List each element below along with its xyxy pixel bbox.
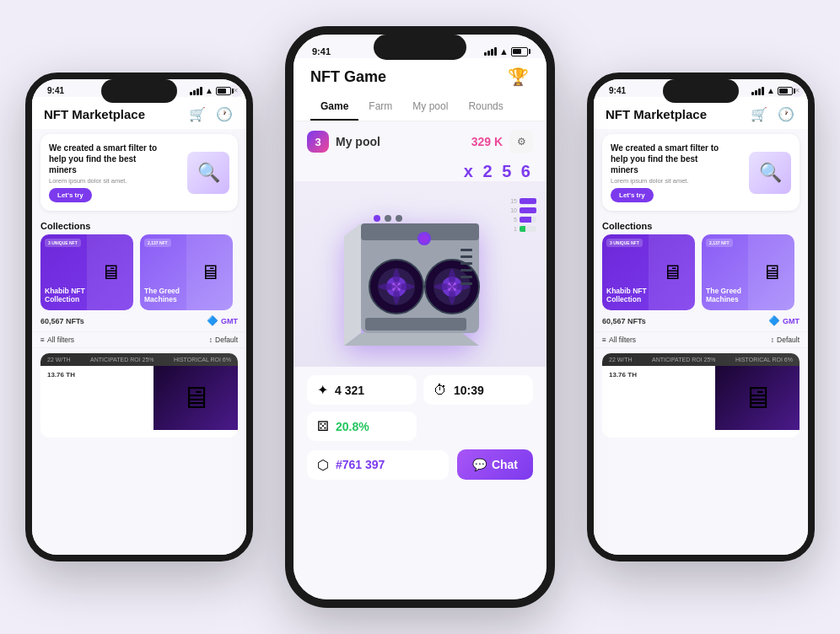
- battery-center: [511, 47, 528, 56]
- greed-name-right: The GreedMachines: [706, 287, 741, 304]
- miner-header-left: 22 W/TH ANTICIPATED ROI 25% HISTORICAL R…: [40, 353, 238, 366]
- right-phone: 9:41 ▲ NFT Marketplace 🛒 🕐 ✕ We creat: [587, 73, 815, 561]
- chart-label-15: 15: [510, 198, 517, 204]
- filter-icon-left: ≡: [40, 336, 45, 344]
- tab-game[interactable]: Game: [310, 94, 358, 121]
- filter-label-left: All filters: [47, 336, 74, 344]
- miner-info-right: 13.76 TH: [602, 366, 715, 430]
- filter-btn-right[interactable]: ≡ All filters: [602, 336, 636, 344]
- chart-bar-1: [520, 226, 536, 232]
- miner-spec-left: 13.76 TH: [47, 371, 147, 379]
- filter-row-left: ≡ All filters ↕ Default: [32, 331, 246, 348]
- collection-greed-right[interactable]: 2,137 NFT 🖥 The GreedMachines: [702, 234, 794, 310]
- khabib-name-right: Khabib NFTCollection: [606, 287, 647, 304]
- left-phone-screen: 9:41 ▲ NFT Marketplace 🛒 🕐 ✕ We creat: [32, 79, 246, 555]
- miner-roi-ant-left: ANTICIPATED ROI 25%: [90, 357, 154, 363]
- svg-rect-20: [460, 282, 472, 285]
- wifi-center: ▲: [499, 46, 509, 56]
- chart-bar-5: [520, 217, 536, 223]
- filter-label-right: All filters: [609, 336, 636, 344]
- sort-label-right: Default: [777, 336, 800, 344]
- chart-row-1: 1: [514, 226, 536, 232]
- collection-greed-left[interactable]: 2,137 NFT 🖥 The GreedMachines: [140, 234, 233, 310]
- center-phone: 9:41 ▲ NFT Game 🏆 Game Farm My pool Roun…: [285, 26, 555, 608]
- clock-icon-left[interactable]: 🕐: [214, 104, 234, 124]
- id-value: #761 397: [336, 458, 385, 471]
- mini-chart: 15 10 5 1: [510, 198, 536, 232]
- miner-roi-hist-right: HISTORICAL ROI 6%: [735, 357, 793, 363]
- promo-card-right: ✕ We created a smart filter to help you …: [602, 134, 800, 211]
- chat-label: Chat: [492, 458, 518, 471]
- trophy-icon[interactable]: 🏆: [506, 65, 530, 89]
- pool-settings-btn[interactable]: ⚙: [509, 130, 533, 153]
- settings-icon: ⚙: [517, 136, 526, 148]
- clock-icon-right[interactable]: 🕐: [776, 104, 796, 124]
- pool-name: My pool: [336, 135, 465, 148]
- tab-my-pool[interactable]: My pool: [402, 94, 458, 121]
- promo-button-left[interactable]: Let's try: [49, 188, 92, 202]
- chart-row-5: 5: [514, 217, 536, 223]
- app-title-left: NFT Marketplace: [44, 107, 145, 121]
- pool-number-badge: 3: [307, 131, 329, 153]
- greed-badge-right: 2,137 NFT: [706, 239, 733, 247]
- chat-button[interactable]: 💬 Chat: [457, 449, 533, 480]
- promo-image-left: 🔍: [187, 152, 229, 194]
- dynamic-island-left: [101, 79, 177, 103]
- cart-icon-right[interactable]: 🛒: [749, 104, 769, 124]
- promo-title-right: We created a smart filter to help you fi…: [611, 142, 720, 175]
- time-center: 9:41: [312, 46, 331, 56]
- left-phone: 9:41 ▲ NFT Marketplace 🛒 🕐 ✕ We creat: [25, 73, 253, 561]
- time-icon: ⏱: [433, 383, 447, 398]
- svg-rect-19: [460, 276, 472, 278]
- right-phone-screen: 9:41 ▲ NFT Marketplace 🛒 🕐 ✕ We creat: [594, 79, 808, 555]
- collections-row-right: 3 UNIQUE NFT 🖥 Khabib NFTCollection 2,13…: [594, 234, 808, 310]
- promo-subtitle-left: Lorem ipsum dolor sit amet.: [49, 177, 159, 185]
- battery-left: [216, 87, 231, 95]
- svg-rect-14: [396, 215, 402, 222]
- svg-rect-15: [460, 249, 472, 251]
- wifi-left: ▲: [205, 86, 213, 95]
- promo-card-left: ✕ We created a smart filter to help you …: [40, 134, 238, 211]
- khabib-name-left: Khabib NFTCollection: [45, 287, 85, 304]
- promo-button-right[interactable]: Let's try: [611, 188, 654, 202]
- nft-count-right: 60,567 NFTs: [602, 317, 646, 325]
- miner-card-left: 22 W/TH ANTICIPATED ROI 25% HISTORICAL R…: [40, 353, 238, 438]
- sort-btn-right[interactable]: ↕ Default: [771, 336, 800, 344]
- miner-header-right: 22 W/TH ANTICIPATED ROI 25% HISTORICAL R…: [602, 353, 800, 366]
- collection-khabib-right[interactable]: 3 UNIQUE NFT 🖥 Khabib NFTCollection: [602, 234, 695, 310]
- gmt-icon-right: 🔷: [768, 315, 780, 326]
- chart-bar-15: [520, 198, 536, 204]
- signal-center: [484, 47, 497, 56]
- khabib-badge-left: 3 UNIQUE NFT: [45, 239, 81, 247]
- sort-icon-right: ↕: [771, 336, 774, 344]
- svg-marker-3: [344, 333, 479, 346]
- percentage-icon: ⚄: [317, 418, 329, 434]
- chart-row-15: 15: [510, 198, 536, 204]
- miner-body-right: 13.76 TH 🖥: [602, 366, 800, 430]
- filter-icon-right: ≡: [602, 336, 606, 344]
- status-icons-left: ▲: [190, 86, 231, 95]
- filter-btn-left[interactable]: ≡ All filters: [40, 336, 74, 344]
- miner-image-left: 🖥: [153, 366, 238, 430]
- collections-title-left: Collections: [32, 216, 246, 234]
- stat-time: ⏱ 10:39: [423, 375, 533, 405]
- nft-count-left: 60,567 NFTs: [40, 317, 84, 325]
- tab-farm[interactable]: Farm: [358, 94, 402, 121]
- sort-label-left: Default: [215, 336, 238, 344]
- collection-khabib-left[interactable]: 3 UNIQUE NFT 🖥 Khabib NFTCollection: [40, 234, 133, 310]
- svg-rect-13: [385, 215, 391, 222]
- sort-icon-left: ↕: [209, 336, 213, 344]
- miner-info-left: 13.76 TH: [40, 366, 153, 430]
- header-icons-right: 🛒 🕐: [749, 104, 796, 124]
- status-icons-right: ▲: [751, 86, 793, 95]
- cart-icon-left[interactable]: 🛒: [187, 104, 207, 124]
- khabib-badge-right: 3 UNIQUE NFT: [606, 239, 643, 247]
- promo-text-left: ✕ We created a smart filter to help you …: [49, 142, 159, 202]
- stat-hashrate: ✦ 4 321: [307, 375, 417, 405]
- svg-point-22: [420, 234, 428, 243]
- tab-rounds[interactable]: Rounds: [458, 94, 513, 121]
- nft-stats-right: 60,567 NFTs 🔷 GMT: [594, 310, 808, 331]
- svg-rect-18: [460, 269, 472, 271]
- sort-btn-left[interactable]: ↕ Default: [209, 336, 238, 344]
- chat-icon: 💬: [472, 458, 487, 471]
